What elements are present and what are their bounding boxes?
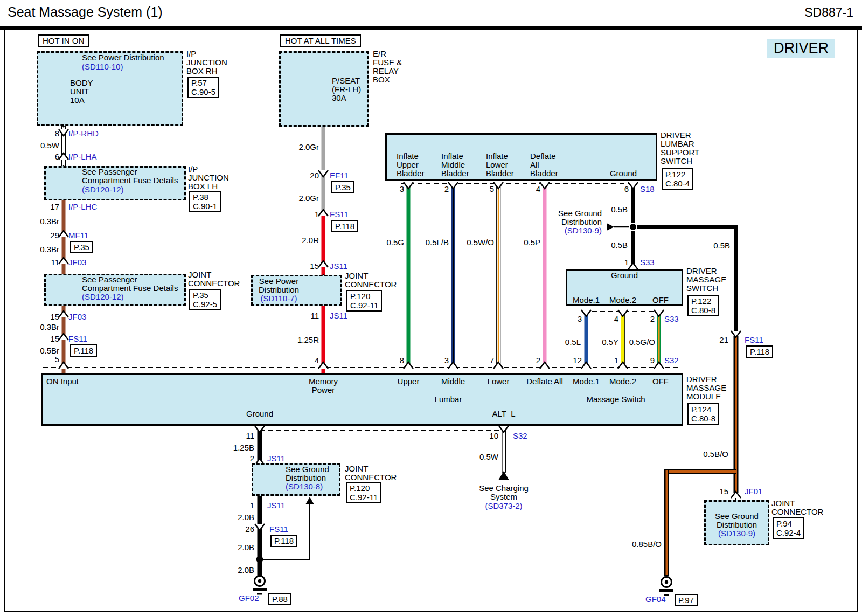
wire-label-125r: 1.25R (297, 336, 319, 344)
wire-label-05b-2: 0.5B (611, 241, 628, 250)
module-off: OFF (644, 377, 677, 386)
pin-9-mod: 9 (650, 356, 655, 365)
charging-arrow (498, 471, 509, 480)
wire-label-05wo: 0.5W/O (467, 238, 494, 247)
ef11-ref: P.35 (331, 181, 354, 193)
jc-js11-ground-ref: P.120 C.92-11 (346, 482, 381, 503)
hot-at-all-times-tag: HOT AT ALL TIMES (280, 34, 361, 47)
jc-jf01-name: JOINT CONNECTOR (771, 499, 823, 516)
connector-jf03-1: JF03 (68, 258, 86, 267)
lumbar-switch-name: DRIVER LUMBAR SUPPORT SWITCH (661, 131, 699, 165)
wire-label-05go: 0.5G/O (629, 338, 655, 347)
wire-0.5G (407, 183, 411, 369)
ground-gf04: GF04 (645, 595, 666, 604)
wire-0.5B-branch-h (631, 225, 738, 229)
ip-jb-rh-name: I/P JUNCTION BOX RH (186, 50, 227, 75)
gf04-ref: P.97 (675, 594, 698, 606)
connector-js11-4: JS11 (267, 501, 285, 510)
module-memory-power: Memory Power (302, 377, 345, 394)
fs11-ref-3: P.118 (270, 535, 297, 547)
connector-s32-1: S32 (664, 356, 679, 365)
pin-20: 20 (310, 171, 319, 180)
fs11-ref-4: P.118 (746, 345, 773, 358)
charging-note: See Charging System (461, 484, 547, 501)
pin-6: 6 (55, 153, 59, 161)
connector-iplha: I/P-LHA (68, 153, 97, 161)
hot-in-on-tag: HOT IN ON (38, 34, 89, 47)
see-power-note-2: See Power Distribution (253, 277, 304, 294)
connector-s32-2: S32 (513, 432, 527, 440)
fs11-ref-1: P.118 (70, 344, 97, 357)
ground-dist-note-js11: See Ground Distribution (286, 465, 329, 482)
pin-6-lumbar: 6 (624, 185, 629, 193)
ground-symbol-gf04 (659, 577, 673, 596)
pin-7-mod: 7 (490, 356, 494, 365)
wire-label-05b-1: 0.5B (611, 205, 628, 214)
pin-11-bot: 11 (246, 432, 254, 440)
pin-10: 10 (489, 432, 498, 440)
module-ref: P.124 C.80-8 (687, 403, 719, 425)
pin-1-js11: 1 (250, 501, 254, 510)
wire-label-05lb: 0.5L/B (426, 238, 449, 247)
ip-jb-lh-name: I/P JUNCTION BOX LH (188, 165, 229, 191)
sd110-10-link: (SD110-10) (82, 63, 123, 71)
sd373-2-link: (SD373-2) (461, 502, 547, 510)
wire-0.5B-branch-v (734, 225, 738, 336)
pin-4: 4 (315, 356, 319, 365)
jc-jf01-ref: P.94 C.92-4 (773, 517, 804, 539)
pin-8-mod: 8 (400, 356, 404, 365)
wire-label-05w: 0.5W (40, 141, 59, 150)
pin-2-js11: 2 (250, 454, 254, 463)
module-name: DRIVER MASSAGE MODULE (686, 375, 726, 401)
pin-17: 17 (50, 203, 59, 211)
wire-label-05br: 0.5Br (40, 347, 59, 355)
ip-jb-lh-ref: P.38 C.90-1 (189, 191, 221, 212)
pin-4-ms: 4 (614, 315, 618, 323)
massage-switch-ref: P.122 C.80-8 (687, 295, 719, 316)
pin-12-mod: 12 (573, 356, 582, 365)
connector-js11-1: JS11 (330, 262, 347, 271)
body-unit-fuse-label: BODY UNIT 10A (70, 79, 93, 105)
wire-label-20gr-1: 2.0Gr (298, 143, 319, 151)
ground-junction-dot (256, 556, 263, 563)
ground-symbol-gf02 (253, 576, 267, 595)
wire-0.5L (585, 312, 588, 369)
lumbar-pin-upper: Inflate Upper Bladder (397, 152, 425, 178)
jc-js11-power-name: JOINT CONNECTOR (345, 272, 397, 289)
pin-5: 5 (55, 355, 59, 364)
connector-s33-1: S33 (640, 258, 655, 267)
ground-dist-note-jf01: See Ground Distribution (704, 512, 769, 529)
wire-label-20b-1: 2.0B (238, 513, 254, 522)
pin-1-fs11: 1 (315, 210, 319, 219)
wire-ground-1.25B (258, 426, 262, 576)
module-deflate-all: Deflate All (520, 377, 569, 386)
massage-switch-name: DRIVER MASSAGE SWITCH (686, 267, 726, 293)
see-passenger-note-2: See Passenger Compartment Fuse Details (82, 275, 178, 293)
wire-label-085bo: 0.85B/O (632, 540, 662, 549)
pin-26: 26 (245, 525, 254, 534)
module-ground: Ground (233, 410, 287, 418)
pin-15-fs11: 15 (50, 335, 59, 343)
wire-label-05g: 0.5G (386, 238, 404, 247)
module-mode2: Mode.2 (601, 377, 644, 386)
connector-js11-3: JS11 (267, 454, 285, 463)
pin-2-lumbar: 2 (444, 185, 449, 193)
connector-jf01: JF01 (745, 487, 762, 496)
wire-label-05b-3: 0.5B (713, 241, 730, 250)
pin-1-s33: 1 (624, 258, 629, 267)
module-group-lumbar: Lumbar (427, 395, 470, 404)
massage-switch-ground: Ground (597, 271, 651, 280)
lumbar-switch-ref: P.122 C.80-4 (662, 168, 693, 190)
connector-fs11-4: FS11 (745, 336, 763, 344)
wire-label-03br-1: 0.3Br (40, 217, 59, 226)
gf02-ref: P.88 (268, 593, 291, 605)
sd110-7-link: (SD110-7) (253, 294, 304, 303)
pin-5-lumbar: 5 (490, 185, 494, 193)
pin-3-ms: 3 (578, 315, 582, 323)
sd120-12-link-1: (SD120-12) (82, 185, 124, 194)
pin-3-lumbar: 3 (400, 185, 404, 193)
module-on-input: ON Input (46, 377, 79, 386)
wire-label-125b: 1.25B (233, 444, 254, 452)
connector-iprhd: I/P-RHD (68, 129, 99, 138)
pin-8: 8 (55, 129, 59, 138)
